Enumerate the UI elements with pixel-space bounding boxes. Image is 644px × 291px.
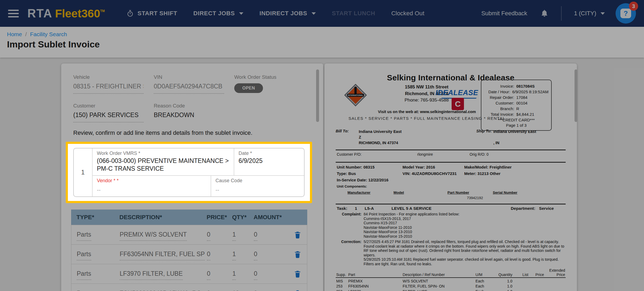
vendor-field[interactable]: Vendor * * --: [93, 176, 211, 196]
vendor-label: Vendor * *: [97, 178, 206, 184]
cause-code-label: Cause Code: [215, 178, 300, 184]
line-item-index: 1: [74, 148, 93, 196]
date-value[interactable]: 6/9/2025: [239, 157, 300, 165]
work-order-vmrs-value[interactable]: (066-003-000) PREVENTIVE MAINTENANCE > P…: [97, 157, 229, 173]
work-order-vmrs-label: Work Order VMRS *: [97, 151, 229, 156]
vendor-value[interactable]: --: [97, 187, 206, 193]
cause-code-value[interactable]: --: [215, 187, 300, 193]
tour-highlight-line-item: 1 Work Order VMRS * (066-003-000) PREVEN…: [66, 142, 312, 203]
line-item-row: 1 Work Order VMRS * (066-003-000) PREVEN…: [73, 148, 305, 197]
date-field[interactable]: Date * 6/9/2025: [234, 148, 304, 175]
date-label: Date *: [239, 151, 300, 156]
work-order-vmrs-field[interactable]: Work Order VMRS * (066-003-000) PREVENTI…: [93, 148, 234, 175]
cause-code-field[interactable]: Cause Code --: [211, 176, 304, 196]
